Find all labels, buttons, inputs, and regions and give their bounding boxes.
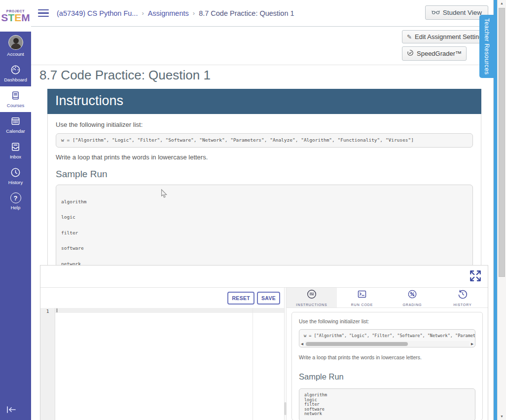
tab-grading[interactable]: GRADING [387, 288, 437, 307]
sample-run-line: network [304, 412, 470, 417]
dashboard-icon [10, 64, 21, 76]
history-undo-icon [457, 289, 468, 302]
sample-run-line: filter [304, 402, 470, 407]
sidebar-item-help[interactable]: ? Help [0, 189, 31, 214]
sidebar-item-courses[interactable]: Courses [0, 86, 31, 112]
sample-run-line: algorithm [61, 199, 468, 205]
scrollbar-thumb[interactable] [306, 342, 408, 346]
breadcrumb-course-link[interactable]: (a57349) CS Python Fu... [57, 9, 138, 17]
hamburger-menu-icon[interactable] [38, 7, 49, 19]
terminal-icon [357, 289, 367, 302]
teacher-resources-tab[interactable]: Teacher Resources [479, 15, 494, 78]
frame-toolbar [40, 266, 488, 287]
initializer-code-block: w = ["Algorithm", "Logic", "Filter", "So… [56, 133, 473, 148]
sidebar-item-history[interactable]: History [0, 163, 31, 189]
scroll-left-icon[interactable]: ◀ [299, 342, 305, 346]
user-avatar [8, 35, 23, 50]
breadcrumb-assignments-link[interactable]: Assignments [148, 9, 189, 17]
sample-run-line: algorithm [304, 393, 470, 398]
speedgrader-button[interactable]: SpeedGrader™ [402, 46, 467, 61]
breadcrumb-separator: › [142, 9, 144, 17]
print-margin-ruler [253, 308, 253, 420]
page-scrollbar[interactable]: ▲ ▼ [497, 0, 506, 420]
sidebar-item-dashboard[interactable]: Dashboard [0, 61, 31, 86]
sidebar-item-label: Help [11, 205, 21, 210]
topbar: (a57349) CS Python Fu... › Assignments ›… [31, 0, 493, 27]
glasses-icon [432, 9, 440, 16]
save-button[interactable]: SAVE [257, 292, 280, 305]
tabs-row: INSTRUCTIONS RUN CODE [287, 288, 488, 308]
edit-assignment-settings-button[interactable]: ✎ Edit Assignment Settings [402, 30, 491, 43]
reset-button[interactable]: RESET [227, 292, 254, 305]
sidebar-item-account[interactable]: Account [0, 32, 31, 61]
tab-content: Use the following initializer list: w = … [287, 308, 488, 420]
line-number-gutter: 1 [40, 308, 55, 420]
sample-run-line: software [61, 246, 468, 251]
panel-intro: Use the following initializer list: [299, 318, 475, 324]
tab-run-code[interactable]: RUN CODE [337, 288, 387, 307]
instructions-panel-header: Instructions [47, 89, 481, 114]
logo-stem-text: STEM [1, 13, 30, 23]
editor-toolbar: RESET SAVE [40, 288, 284, 308]
page-scrollbar-thumb[interactable] [499, 8, 505, 277]
code-runner-frame: RESET SAVE 1 [40, 265, 488, 420]
panel-sample-run-heading: Sample Run [299, 372, 475, 382]
section-divider [31, 65, 493, 65]
scroll-right-icon[interactable]: ▶ [470, 342, 475, 346]
breadcrumb: (a57349) CS Python Fu... › Assignments ›… [57, 9, 294, 17]
text-caret [57, 308, 57, 312]
project-stem-logo[interactable]: PROJECT STEM [0, 0, 31, 32]
expand-fullscreen-icon[interactable] [469, 269, 482, 284]
scroll-down-icon[interactable]: ▼ [498, 415, 506, 418]
sidebar-item-label: Account [7, 51, 24, 57]
page: PROJECT STEM Account Dashboard Cou [0, 0, 506, 420]
tab-instructions[interactable]: INSTRUCTIONS [287, 288, 337, 307]
pencil-icon: ✎ [407, 34, 412, 40]
sidebar-item-label: Dashboard [4, 77, 27, 82]
percent-badge-icon [407, 289, 418, 302]
instructions-intro: Use the following initializer list: [56, 121, 473, 128]
sidebar-item-label: History [8, 180, 23, 185]
help-icon: ? [10, 192, 21, 203]
sidebar-item-label: Courses [7, 103, 24, 108]
student-view-button[interactable]: Student View [425, 5, 488, 20]
sample-run-line: logic [304, 398, 470, 403]
list-circle-icon [306, 289, 317, 302]
calendar-icon [10, 115, 21, 127]
panel-task: Write a loop that prints the words in lo… [299, 354, 475, 360]
split-drag-handle[interactable] [284, 402, 287, 415]
collapse-sidebar-button[interactable] [5, 405, 18, 416]
frame-body: RESET SAVE 1 [40, 287, 488, 420]
global-nav-sidebar: PROJECT STEM Account Dashboard Cou [0, 0, 31, 420]
horizontal-scrollbar: ◀ ▶ [299, 341, 475, 347]
page-title: 8.7 Code Practice: Question 1 [39, 68, 211, 83]
breadcrumb-separator: › [193, 9, 195, 17]
panel-code-line: w = ["Algorithm", "Logic", "Filter", "So… [299, 330, 475, 341]
instructions-task: Write a loop that prints the words in lo… [56, 153, 473, 161]
split-divider [284, 288, 287, 420]
collapse-arrow-icon [5, 407, 18, 416]
sidebar-item-label: Inbox [10, 154, 21, 159]
mouse-cursor [161, 189, 167, 200]
courses-icon [10, 90, 21, 101]
sidebar-item-calendar[interactable]: Calendar [0, 112, 31, 138]
scroll-up-icon[interactable]: ▲ [498, 1, 506, 5]
panel-sample-run-block: algorithm logic filter software network [299, 388, 475, 420]
scrollbar-track[interactable] [305, 341, 470, 346]
main-content: (a57349) CS Python Fu... › Assignments ›… [31, 0, 494, 420]
tab-history[interactable]: HISTORY [437, 288, 488, 307]
sample-run-heading: Sample Run [56, 169, 473, 180]
history-icon [10, 167, 21, 178]
code-editor-area[interactable]: 1 [40, 308, 284, 420]
inbox-icon [10, 141, 21, 153]
sample-run-line: logic [61, 215, 468, 220]
breadcrumb-current: 8.7 Code Practice: Question 1 [199, 9, 294, 17]
sample-run-line: software [304, 407, 470, 412]
line-number: 1 [40, 308, 55, 314]
sidebar-item-inbox[interactable]: Inbox [0, 138, 31, 163]
side-tabs-pane: INSTRUCTIONS RUN CODE [287, 288, 488, 420]
instructions-tab-panel: Use the following initializer list: w = … [291, 312, 483, 420]
teacher-resources-edge [494, 0, 497, 420]
assignment-actions: ✎ Edit Assignment Settings SpeedGrader™ [402, 30, 491, 61]
active-line-highlight [55, 308, 284, 313]
